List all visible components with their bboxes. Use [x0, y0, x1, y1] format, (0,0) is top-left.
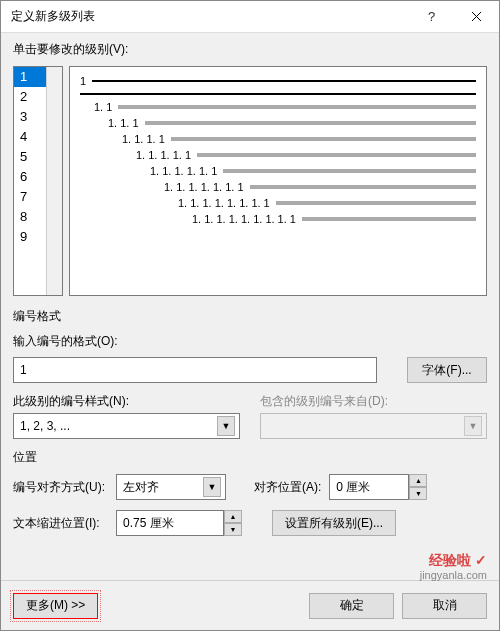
preview-row: 1. 1. 1. 1. 1 — [80, 149, 476, 161]
dialog-window: 定义新多级列表 ? 单击要修改的级别(V): 123456789 11. 11.… — [0, 0, 500, 631]
enter-format-label: 输入编号的格式(O): — [13, 333, 487, 350]
align-at-input[interactable] — [329, 474, 409, 500]
help-button[interactable]: ? — [409, 1, 454, 32]
level-and-preview-row: 123456789 11. 11. 1. 11. 1. 1. 11. 1. 1.… — [13, 66, 487, 296]
preview-row: 1. 1. 1. 1. 1. 1. 1. 1 — [80, 197, 476, 209]
preview-line — [302, 217, 476, 221]
include-from-label: 包含的级别编号来自(D): — [260, 393, 487, 410]
number-style-value: 1, 2, 3, ... — [20, 419, 213, 433]
more-button[interactable]: 更多(M) >> — [13, 593, 98, 619]
dialog-content: 单击要修改的级别(V): 123456789 11. 11. 1. 11. 1.… — [1, 33, 499, 580]
dialog-footer: 更多(M) >> 确定 取消 — [1, 580, 499, 630]
preview-row: 1. 1. 1. 1. 1. 1. 1 — [80, 181, 476, 193]
preview-line — [276, 201, 476, 205]
preview-number: 1. 1. 1. 1. 1. 1. 1. 1 — [178, 197, 270, 209]
preview-number: 1. 1. 1. 1. 1. 1 — [150, 165, 217, 177]
preview-number: 1. 1. 1. 1. 1. 1. 1 — [164, 181, 244, 193]
format-row: 字体(F)... — [13, 357, 487, 383]
style-label: 此级别的编号样式(N): — [13, 393, 240, 410]
titlebar: 定义新多级列表 ? — [1, 1, 499, 33]
spin-down-icon[interactable]: ▼ — [224, 523, 242, 536]
align-label: 编号对齐方式(U): — [13, 479, 108, 496]
preview-number: 1. 1. 1. 1. 1 — [136, 149, 191, 161]
font-button[interactable]: 字体(F)... — [407, 357, 487, 383]
preview-row: 1. 1. 1. 1. 1. 1 — [80, 165, 476, 177]
preview-pane: 11. 11. 1. 11. 1. 1. 11. 1. 1. 1. 11. 1.… — [69, 66, 487, 296]
chevron-down-icon: ▼ — [203, 477, 221, 497]
number-format-group-label: 编号格式 — [13, 308, 487, 325]
spin-up-icon[interactable]: ▲ — [409, 474, 427, 487]
preview-line — [171, 137, 476, 141]
click-level-label: 单击要修改的级别(V): — [13, 41, 487, 58]
preview-line — [80, 93, 476, 95]
number-format-input[interactable] — [13, 357, 377, 383]
chevron-down-icon: ▼ — [464, 416, 482, 436]
text-indent-input[interactable] — [116, 510, 224, 536]
preview-row: 1. 1 — [80, 101, 476, 113]
level-list-scrollbar[interactable] — [46, 67, 62, 295]
preview-row — [80, 93, 476, 95]
preview-line — [197, 153, 476, 157]
position-group-label: 位置 — [13, 449, 487, 466]
level-list[interactable]: 123456789 — [13, 66, 63, 296]
indent-row: 文本缩进位置(I): ▲ ▼ 设置所有级别(E)... — [13, 510, 487, 536]
align-at-spinner[interactable]: ▲ ▼ — [329, 474, 427, 500]
align-at-label: 对齐位置(A): — [254, 479, 321, 496]
cancel-button[interactable]: 取消 — [402, 593, 487, 619]
preview-number: 1. 1. 1 — [108, 117, 139, 129]
preview-number: 1. 1. 1. 1. 1. 1. 1. 1. 1 — [192, 213, 296, 225]
spin-down-icon[interactable]: ▼ — [409, 487, 427, 500]
text-indent-label: 文本缩进位置(I): — [13, 515, 108, 532]
text-indent-spinner[interactable]: ▲ ▼ — [116, 510, 244, 536]
preview-row: 1. 1. 1 — [80, 117, 476, 129]
preview-line — [118, 105, 476, 109]
spin-up-icon[interactable]: ▲ — [224, 510, 242, 523]
ok-button[interactable]: 确定 — [309, 593, 394, 619]
preview-number: 1 — [80, 75, 86, 87]
close-button[interactable] — [454, 1, 499, 32]
window-title: 定义新多级列表 — [11, 8, 409, 25]
set-all-levels-button[interactable]: 设置所有级别(E)... — [272, 510, 396, 536]
preview-row: 1. 1. 1. 1. 1. 1. 1. 1. 1 — [80, 213, 476, 225]
include-from-select: ▼ — [260, 413, 487, 439]
align-select[interactable]: 左对齐 ▼ — [116, 474, 226, 500]
chevron-down-icon: ▼ — [217, 416, 235, 436]
preview-row: 1 — [80, 75, 476, 87]
preview-line — [250, 185, 477, 189]
preview-number: 1. 1 — [94, 101, 112, 113]
close-icon — [471, 11, 482, 22]
align-row: 编号对齐方式(U): 左对齐 ▼ 对齐位置(A): ▲ ▼ — [13, 474, 487, 500]
preview-line — [223, 169, 476, 173]
preview-number: 1. 1. 1. 1 — [122, 133, 165, 145]
number-style-select[interactable]: 1, 2, 3, ... ▼ — [13, 413, 240, 439]
preview-line — [92, 80, 476, 82]
preview-row: 1. 1. 1. 1 — [80, 133, 476, 145]
align-value: 左对齐 — [123, 479, 199, 496]
preview-line — [145, 121, 476, 125]
